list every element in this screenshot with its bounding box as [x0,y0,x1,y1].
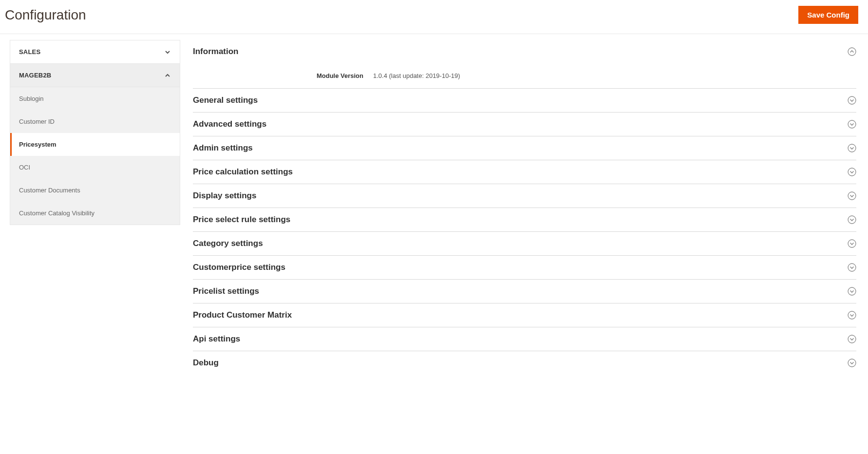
section-title: Pricelist settings [193,286,259,296]
section-product-customer-matrix[interactable]: Product Customer Matrix [193,303,856,327]
section-title: Api settings [193,334,240,344]
section-pricelist-settings[interactable]: Pricelist settings [193,280,856,303]
section-price-select-rule-settings[interactable]: Price select rule settings [193,208,856,232]
svg-point-10 [848,311,856,319]
svg-point-4 [848,168,856,176]
config-main: Information Module Version 1.0.4 (last u… [193,40,858,375]
section-api-settings[interactable]: Api settings [193,327,856,351]
section-information-body: Module Version 1.0.4 (last update: 2019-… [193,63,856,89]
expand-down-icon [848,168,856,176]
svg-point-9 [848,287,856,295]
expand-down-icon [848,263,856,272]
expand-down-icon [848,144,856,152]
section-debug[interactable]: Debug [193,351,856,375]
layout: SALES MAGEB2B Sublogin Customer ID Price… [0,34,868,375]
section-title: Display settings [193,191,256,201]
sidebar-item-oci[interactable]: OCI [10,156,180,179]
expand-down-icon [848,239,856,248]
section-title: Price select rule settings [193,215,290,225]
section-title: General settings [193,95,258,105]
section-admin-settings[interactable]: Admin settings [193,136,856,160]
expand-down-icon [848,120,856,129]
save-config-button[interactable]: Save Config [798,6,858,24]
sidebar-item-customer-id[interactable]: Customer ID [10,110,180,133]
svg-point-5 [848,192,856,200]
page-header: Configuration Save Config [0,0,868,34]
section-title: Customerprice settings [193,263,285,272]
expand-down-icon [848,359,856,367]
field-label: Module Version [193,72,363,79]
sidebar-item-customer-documents[interactable]: Customer Documents [10,179,180,202]
page-title: Configuration [5,7,86,23]
svg-point-0 [848,48,856,56]
sidebar-group-mageb2b[interactable]: MAGEB2B [10,64,180,87]
expand-down-icon [848,335,856,343]
svg-point-2 [848,120,856,128]
section-title: Category settings [193,239,263,248]
section-price-calculation-settings[interactable]: Price calculation settings [193,160,856,184]
config-sidebar: SALES MAGEB2B Sublogin Customer ID Price… [10,40,180,225]
section-customerprice-settings[interactable]: Customerprice settings [193,256,856,280]
expand-down-icon [848,191,856,200]
svg-point-12 [848,359,856,367]
svg-point-8 [848,264,856,271]
sidebar-item-customer-catalog-visibility[interactable]: Customer Catalog Visibility [10,202,180,225]
section-information-header[interactable]: Information [193,47,856,63]
svg-point-6 [848,216,856,224]
sidebar-group-label: MAGEB2B [19,72,51,79]
svg-point-11 [848,335,856,343]
chevron-up-icon [164,72,171,79]
expand-down-icon [848,215,856,224]
sidebar-group-label: SALES [19,48,40,56]
svg-point-7 [848,240,856,247]
section-category-settings[interactable]: Category settings [193,232,856,256]
section-general-settings[interactable]: General settings [193,89,856,113]
sidebar-item-pricesystem[interactable]: Pricesystem [10,133,180,156]
sidebar-group-sales[interactable]: SALES [10,40,180,64]
collapse-up-icon [848,47,856,56]
expand-down-icon [848,287,856,296]
expand-down-icon [848,96,856,105]
section-title: Product Customer Matrix [193,310,292,320]
section-display-settings[interactable]: Display settings [193,184,856,208]
expand-down-icon [848,311,856,320]
chevron-down-icon [164,49,171,56]
section-advanced-settings[interactable]: Advanced settings [193,113,856,136]
section-title: Information [193,47,239,57]
svg-point-1 [848,96,856,104]
section-title: Admin settings [193,143,253,153]
field-value: 1.0.4 (last update: 2019-10-19) [373,72,460,79]
field-module-version: Module Version 1.0.4 (last update: 2019-… [193,72,856,79]
section-title: Debug [193,358,219,368]
section-title: Price calculation settings [193,167,293,177]
sidebar-item-sublogin[interactable]: Sublogin [10,87,180,110]
section-title: Advanced settings [193,119,266,129]
svg-point-3 [848,144,856,152]
